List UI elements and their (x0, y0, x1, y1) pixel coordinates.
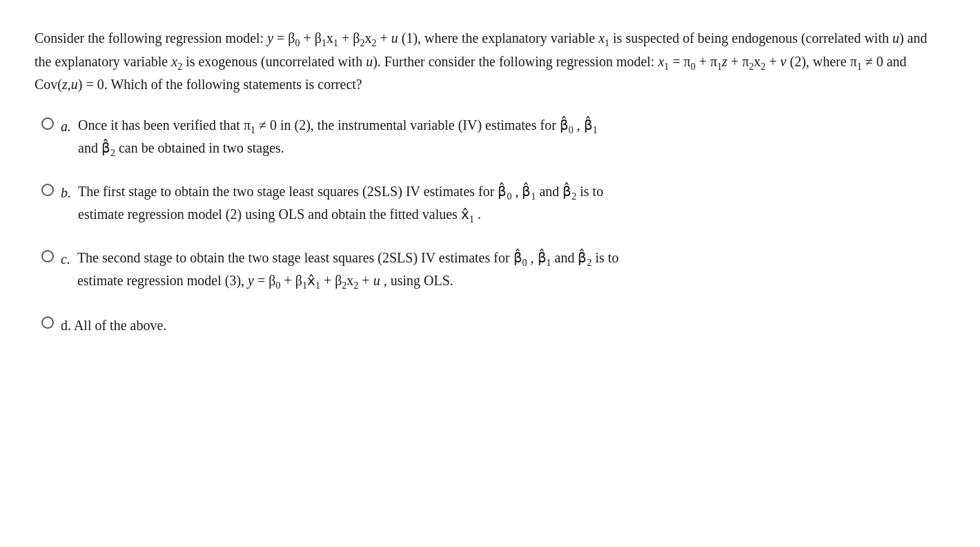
option-c: c. The second stage to obtain the two st… (41, 247, 945, 293)
page-content: Consider the following regression model:… (35, 28, 945, 336)
option-c-radio[interactable] (41, 250, 54, 262)
option-b-content: The first stage to obtain the two stage … (78, 181, 945, 227)
option-d-content: d. All of the above. (61, 315, 945, 336)
option-c-content: The second stage to obtain the two stage… (77, 247, 945, 293)
option-a-label: a. (61, 116, 71, 137)
option-b-radio[interactable] (41, 184, 54, 196)
option-b: b. The first stage to obtain the two sta… (41, 181, 945, 227)
option-a-content: Once it has been verified that π1 ≠ 0 in… (78, 115, 945, 160)
option-d: d. All of the above. (41, 314, 945, 336)
options-container: a. Once it has been verified that π1 ≠ 0… (41, 115, 945, 336)
option-d-radio[interactable] (41, 316, 54, 329)
option-a: a. Once it has been verified that π1 ≠ 0… (41, 115, 945, 160)
option-c-label: c. (61, 249, 70, 269)
intro-text: Consider the following regression model:… (35, 28, 945, 95)
option-a-radio[interactable] (41, 117, 54, 130)
option-b-label: b. (61, 182, 71, 203)
